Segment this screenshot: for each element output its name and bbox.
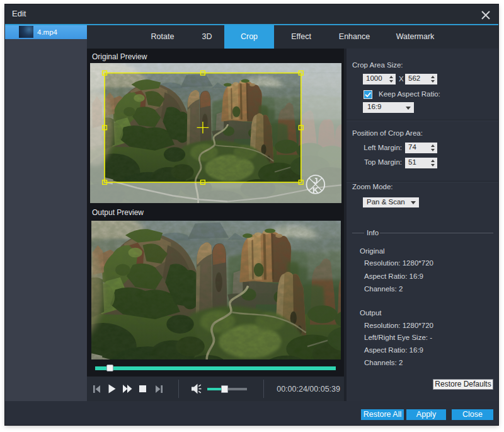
svg-text:J: J bbox=[313, 176, 318, 185]
svg-text:K: K bbox=[312, 185, 319, 195]
